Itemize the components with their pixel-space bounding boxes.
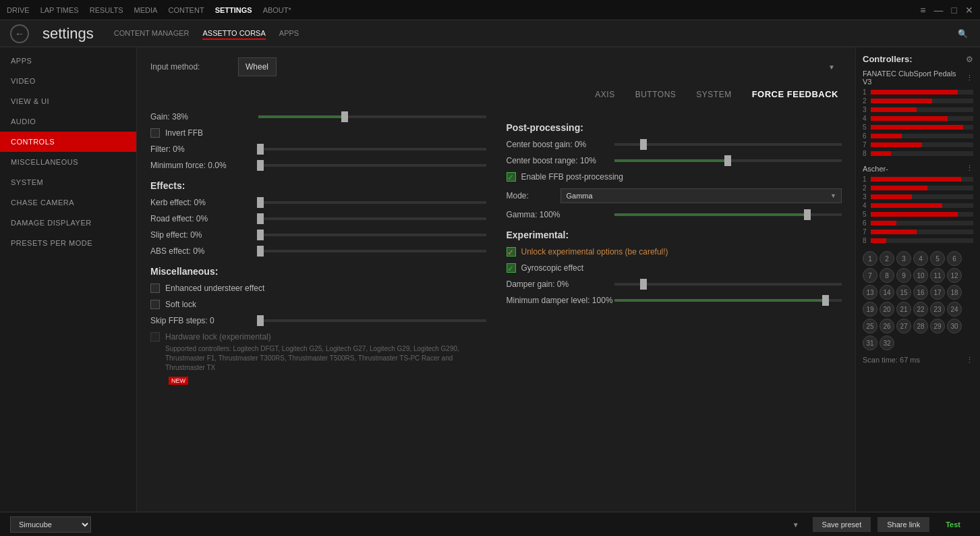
input-method-select[interactable]: Wheel (238, 57, 277, 76)
share-link-button[interactable]: Share link (877, 517, 929, 532)
sidebar-item-view-ui[interactable]: VIEW & UI (0, 91, 136, 111)
tab-system[interactable]: SYSTEM (696, 87, 731, 102)
sidebar-item-miscellaneous[interactable]: MISCELLANEOUS (0, 152, 136, 172)
tab-axis[interactable]: AXIS (595, 87, 614, 102)
test-button[interactable]: Test (936, 517, 970, 532)
btn-6[interactable]: 6 (947, 251, 962, 266)
sidebar-item-damage-displayer[interactable]: DAMAGE DISPLAYER (0, 213, 136, 233)
btn-5[interactable]: 5 (930, 251, 945, 266)
btn-31[interactable]: 31 (863, 336, 877, 350)
btn-9[interactable]: 9 (896, 268, 911, 283)
enable-ffb-post-checkbox[interactable]: ✓ (507, 172, 516, 182)
btn-18[interactable]: 18 (947, 285, 962, 300)
back-button[interactable]: ← (10, 24, 29, 43)
btn-12[interactable]: 12 (947, 268, 962, 283)
sidebar-item-apps[interactable]: APPS (0, 51, 136, 71)
mode-select[interactable]: Gamma Linear Exponential (560, 188, 842, 203)
btn-11[interactable]: 11 (930, 268, 945, 283)
scan-time-dots[interactable]: ⋮ (966, 356, 973, 365)
btn-25[interactable]: 25 (863, 319, 877, 333)
menu-icon[interactable]: ≡ (920, 5, 925, 16)
btn-14[interactable]: 14 (880, 285, 894, 300)
nav-media[interactable]: MEDIA (134, 6, 158, 14)
soft-lock-label: Soft lock (165, 300, 196, 309)
save-preset-button[interactable]: Save preset (813, 517, 871, 532)
btn-30[interactable]: 30 (947, 319, 962, 333)
btn-2[interactable]: 2 (880, 251, 894, 266)
btn-20[interactable]: 20 (880, 302, 894, 317)
nav-lap-times[interactable]: LAP TIMES (40, 6, 79, 14)
soft-lock-checkbox[interactable] (150, 300, 160, 309)
sidebar-item-presets-per-mode[interactable]: PRESETS PER MODE (0, 233, 136, 253)
btn-13[interactable]: 13 (863, 285, 877, 300)
sidebar-item-controls[interactable]: CONTROLS (0, 132, 136, 152)
road-effect-slider[interactable] (258, 217, 486, 220)
enhanced-understeer-checkbox[interactable] (150, 284, 160, 293)
skip-ffb-slider[interactable] (258, 319, 486, 322)
sidebar-item-audio[interactable]: AUDIO (0, 111, 136, 132)
search-icon[interactable]: 🔍 (955, 26, 970, 41)
btn-1[interactable]: 1 (863, 251, 877, 266)
tab-buttons[interactable]: BUTTONS (635, 87, 676, 102)
enhanced-understeer-row: Enhanced understeer effect (150, 284, 486, 293)
ascher-axis-1: 1 (863, 176, 973, 183)
btn-23[interactable]: 23 (930, 302, 945, 317)
close-icon[interactable]: ✕ (965, 5, 973, 16)
nav-results[interactable]: RESULTS (90, 6, 123, 14)
invert-ffb-checkbox[interactable] (150, 128, 160, 138)
nav-settings[interactable]: SETTINGS (215, 6, 252, 14)
nav-about[interactable]: ABOUT* (263, 6, 291, 14)
gain-slider[interactable] (258, 115, 486, 118)
gamma-slider[interactable] (614, 213, 842, 216)
btn-15[interactable]: 15 (896, 285, 911, 300)
tab-assetto-corsa[interactable]: ASSETTO CORSA (202, 28, 265, 40)
road-effect-label: Road effect: 0% (150, 214, 258, 223)
filter-slider[interactable] (258, 148, 486, 151)
damper-gain-slider[interactable] (614, 283, 842, 286)
btn-4[interactable]: 4 (913, 251, 928, 266)
maximize-icon[interactable]: □ (952, 5, 957, 16)
gyroscopic-checkbox[interactable]: ✓ (507, 263, 516, 273)
btn-21[interactable]: 21 (896, 302, 911, 317)
hw-lock-checkbox[interactable] (150, 332, 160, 342)
kerb-effect-slider[interactable] (258, 201, 486, 204)
controller-ascher-name: Ascher- ⋮ (863, 164, 973, 173)
gear-icon[interactable]: ⚙ (966, 55, 973, 64)
btn-22[interactable]: 22 (913, 302, 928, 317)
tab-force-feedback[interactable]: FORCE FEEDBACK (752, 86, 838, 102)
btn-29[interactable]: 29 (930, 319, 945, 333)
preset-select[interactable]: Simucube (10, 516, 91, 533)
controller-fanatec: FANATEC ClubSport Pedals V3 ⋮ 1 2 3 4 5 (863, 70, 973, 157)
btn-27[interactable]: 27 (896, 319, 911, 333)
unlock-experimental-label[interactable]: Unlock experimental options (be careful!… (521, 247, 668, 257)
tab-content-manager[interactable]: CONTENT MANAGER (114, 28, 190, 40)
btn-26[interactable]: 26 (880, 319, 894, 333)
min-damper-slider[interactable] (614, 299, 842, 302)
controller-fanatec-dots[interactable]: ⋮ (966, 74, 973, 82)
btn-32[interactable]: 32 (880, 336, 894, 350)
unlock-experimental-checkbox[interactable]: ✓ (507, 247, 516, 257)
tab-apps[interactable]: APPS (279, 28, 299, 40)
btn-24[interactable]: 24 (947, 302, 962, 317)
btn-28[interactable]: 28 (913, 319, 928, 333)
btn-17[interactable]: 17 (930, 285, 945, 300)
nav-drive[interactable]: DRIVE (7, 6, 30, 14)
abs-effect-slider[interactable] (258, 250, 486, 252)
btn-10[interactable]: 10 (913, 268, 928, 283)
btn-19[interactable]: 19 (863, 302, 877, 317)
sidebar-item-video[interactable]: VIDEO (0, 71, 136, 91)
btn-7[interactable]: 7 (863, 268, 877, 283)
btn-16[interactable]: 16 (913, 285, 928, 300)
min-force-slider[interactable] (258, 164, 486, 167)
slip-effect-slider[interactable] (258, 234, 486, 236)
center-boost-range-slider[interactable] (614, 159, 842, 162)
minimize-icon[interactable]: — (934, 5, 944, 16)
center-boost-gain-slider[interactable] (614, 143, 842, 146)
input-method-select-wrapper: Wheel (238, 57, 842, 76)
sidebar-item-system[interactable]: SYSTEM (0, 172, 136, 192)
controller-ascher-dots[interactable]: ⋮ (966, 164, 973, 173)
btn-8[interactable]: 8 (880, 268, 894, 283)
nav-content[interactable]: CONTENT (168, 6, 204, 14)
btn-3[interactable]: 3 (896, 251, 911, 266)
sidebar-item-chase-camera[interactable]: CHASE CAMERA (0, 192, 136, 213)
